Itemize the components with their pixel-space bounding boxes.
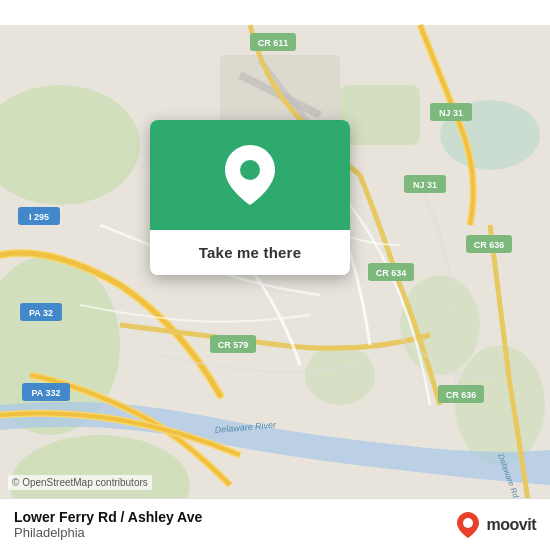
svg-text:CR 634: CR 634 (376, 268, 407, 278)
svg-text:PA 32: PA 32 (29, 308, 53, 318)
svg-point-35 (463, 518, 473, 528)
location-info: Lower Ferry Rd / Ashley Ave Philadelphia (14, 509, 202, 540)
city-name: Philadelphia (14, 525, 202, 540)
popup-header (150, 120, 350, 230)
location-name: Lower Ferry Rd / Ashley Ave (14, 509, 202, 525)
svg-text:PA 332: PA 332 (31, 388, 60, 398)
svg-text:CR 636: CR 636 (446, 390, 477, 400)
copyright-text: © OpenStreetMap contributors (8, 475, 152, 490)
svg-point-7 (455, 345, 545, 465)
location-pin-icon (225, 145, 275, 205)
moovit-logo: moovit (453, 510, 536, 540)
svg-text:CR 636: CR 636 (474, 240, 505, 250)
svg-text:I 295: I 295 (29, 212, 49, 222)
svg-text:NJ 31: NJ 31 (413, 180, 437, 190)
moovit-icon (453, 510, 483, 540)
popup-card: Take me there (150, 120, 350, 275)
svg-text:NJ 31: NJ 31 (439, 108, 463, 118)
svg-point-34 (240, 160, 260, 180)
bottom-bar: Lower Ferry Rd / Ashley Ave Philadelphia… (0, 498, 550, 550)
svg-rect-4 (340, 85, 420, 145)
take-me-there-button[interactable]: Take me there (150, 230, 350, 275)
svg-text:CR 611: CR 611 (258, 38, 289, 48)
svg-text:CR 579: CR 579 (218, 340, 249, 350)
svg-point-8 (305, 345, 375, 405)
moovit-text: moovit (487, 516, 536, 534)
map-container: CR 611 NJ 31 NJ 31 CR 636 CR 634 I 295 P… (0, 0, 550, 550)
